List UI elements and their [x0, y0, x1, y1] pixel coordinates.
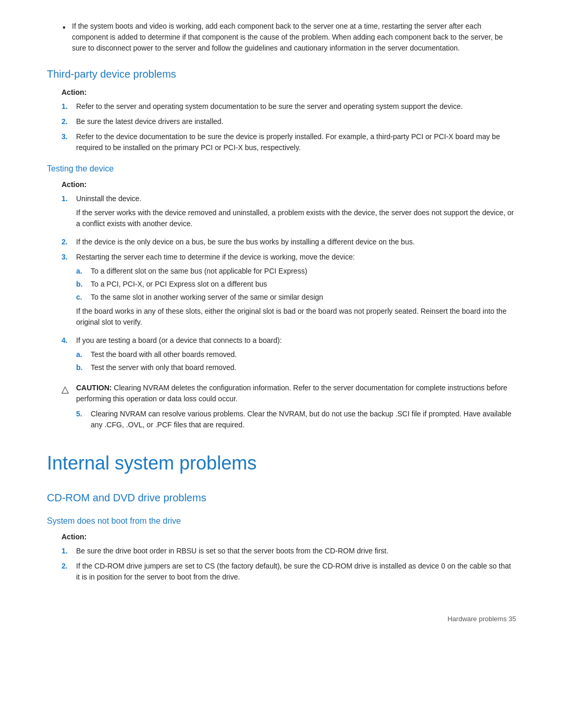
num-content: If the device is the only device on a bu… — [76, 237, 516, 248]
intro-bullet-section: • If the system boots and video is worki… — [47, 21, 516, 54]
after-alpha-note: If the board works in any of these slots… — [76, 306, 516, 328]
action-bold: Action — [62, 180, 84, 189]
system-boot-section: System does not boot from the drive Acti… — [47, 515, 516, 583]
caution-label: CAUTION: — [76, 384, 112, 392]
system-boot-list: 1. Be sure the drive boot order in RBSU … — [62, 546, 516, 583]
third-party-list: 1. Refer to the server and operating sys… — [62, 101, 516, 153]
testing-device-content: Action: 1. Uninstall the device. If the … — [47, 179, 516, 430]
testing-action-label: Action: — [62, 179, 516, 190]
list-item: 1. Refer to the server and operating sys… — [62, 101, 516, 112]
caution-body: Clearing NVRAM deletes the configuration… — [76, 384, 507, 403]
list-item: 3. Refer to the device documentation to … — [62, 131, 516, 153]
list-item: 1. Uninstall the device. If the server w… — [62, 193, 516, 232]
num-content: Uninstall the device. If the server work… — [76, 193, 516, 232]
testing-device-section: Testing the device Action: 1. Uninstall … — [47, 163, 516, 430]
caution-block: △ CAUTION: Clearing NVRAM deletes the co… — [62, 382, 516, 404]
cdrom-heading: CD-ROM and DVD drive problems — [47, 490, 516, 505]
action-colon: : — [84, 88, 87, 96]
action-bold: Action — [62, 88, 84, 96]
internal-system-heading: Internal system problems — [47, 449, 516, 477]
testing-device-list: 1. Uninstall the device. If the server w… — [62, 193, 516, 375]
alpha-content: Test the board with all other boards rem… — [91, 349, 516, 360]
alpha-content: Test the server with only that board rem… — [91, 362, 516, 373]
alpha-content: To a different slot on the same bus (not… — [91, 266, 516, 277]
num-label: 1. — [62, 193, 76, 204]
num-label: 3. — [62, 131, 76, 142]
num-label: 1. — [62, 101, 76, 112]
page-footer: Hardware problems 35 — [47, 614, 516, 624]
action-colon: : — [84, 180, 87, 189]
intro-bullet-text: If the system boots and video is working… — [72, 21, 516, 54]
item5: 5. Clearing NVRAM can resolve various pr… — [62, 409, 516, 430]
caution-text: CAUTION: Clearing NVRAM deletes the conf… — [76, 382, 516, 404]
list-item: 3. Restarting the server each time to de… — [62, 252, 516, 331]
alpha-item: b. Test the server with only that board … — [76, 362, 516, 373]
third-party-content: Action: 1. Refer to the server and opera… — [47, 87, 516, 153]
num-content: If you are testing a board (or a device … — [76, 335, 516, 375]
third-party-heading: Third-party device problems — [47, 66, 516, 82]
intro-bullet-item: • If the system boots and video is worki… — [63, 21, 516, 54]
num-label: 1. — [62, 546, 76, 557]
num-label: 2. — [62, 116, 76, 127]
action-bold: Action — [62, 533, 84, 541]
alpha-content: To the same slot in another working serv… — [91, 292, 516, 303]
item-text: Uninstall the device. — [76, 194, 141, 203]
alpha-label: a. — [76, 266, 91, 277]
third-party-action-label: Action: — [62, 87, 516, 98]
num-content: Be sure the drive boot order in RBSU is … — [76, 546, 516, 557]
item4-text: If you are testing a board (or a device … — [76, 336, 282, 344]
alpha-item: c. To the same slot in another working s… — [76, 292, 516, 303]
num-content: If the CD-ROM drive jumpers are set to C… — [76, 561, 516, 583]
alpha-content: To a PCI, PCI-X, or PCI Express slot on … — [91, 279, 516, 290]
system-boot-content: Action: 1. Be sure the drive boot order … — [47, 532, 516, 583]
system-boot-heading: System does not boot from the drive — [47, 515, 516, 527]
alpha-item: a. Test the board with all other boards … — [76, 349, 516, 360]
num-content: Restarting the server each time to deter… — [76, 252, 516, 331]
bullet-dot: • — [63, 21, 72, 34]
alpha-list: a. Test the board with all other boards … — [76, 349, 516, 373]
list-item: 2. If the CD-ROM drive jumpers are set t… — [62, 561, 516, 583]
num-content: Clearing NVRAM can resolve various probl… — [91, 409, 516, 430]
alpha-list: a. To a different slot on the same bus (… — [76, 266, 516, 303]
num-label: 5. — [76, 409, 91, 419]
action-colon: : — [84, 533, 87, 541]
list-item: 2. If the device is the only device on a… — [62, 237, 516, 248]
sub-note: If the server works with the device remo… — [76, 207, 516, 229]
num-label: 3. — [62, 252, 76, 263]
caution-icon: △ — [62, 382, 76, 397]
num-label: 2. — [62, 561, 76, 572]
alpha-item: a. To a different slot on the same bus (… — [76, 266, 516, 277]
num-content: Be sure the latest device drivers are in… — [76, 116, 516, 127]
num-label: 2. — [62, 237, 76, 248]
list-item: 1. Be sure the drive boot order in RBSU … — [62, 546, 516, 557]
alpha-label: b. — [76, 362, 91, 373]
testing-device-heading: Testing the device — [47, 163, 516, 175]
alpha-label: c. — [76, 292, 91, 303]
num-content: Refer to the device documentation to be … — [76, 131, 516, 153]
alpha-label: b. — [76, 279, 91, 290]
footer-text: Hardware problems 35 — [447, 615, 516, 623]
item3-text: Restarting the server each time to deter… — [76, 253, 355, 261]
list-item: 2. Be sure the latest device drivers are… — [62, 116, 516, 127]
alpha-item: b. To a PCI, PCI-X, or PCI Express slot … — [76, 279, 516, 290]
alpha-label: a. — [76, 349, 91, 360]
num-label: 4. — [62, 335, 76, 346]
num-content: Refer to the server and operating system… — [76, 101, 516, 112]
list-item: 4. If you are testing a board (or a devi… — [62, 335, 516, 375]
third-party-section: Third-party device problems Action: 1. R… — [47, 66, 516, 153]
system-boot-action-label: Action: — [62, 532, 516, 542]
